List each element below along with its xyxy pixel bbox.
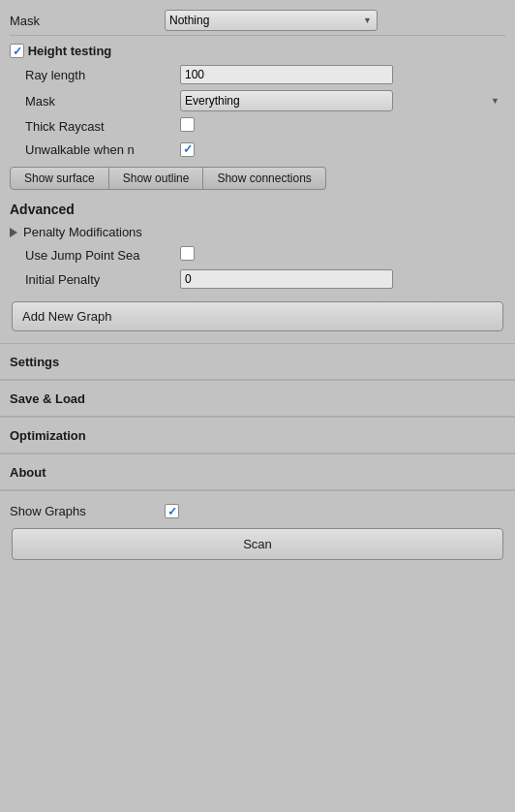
jump-point-row: Use Jump Point Sea xyxy=(10,243,505,266)
mask-dropdown-wrapper[interactable]: Everything xyxy=(180,90,505,111)
optimization-label: Optimization xyxy=(10,428,86,443)
unwalkable-row: Unwalkable when n xyxy=(10,138,505,161)
thick-raycast-checkbox[interactable] xyxy=(180,117,195,132)
ray-length-value-wrapper xyxy=(180,65,505,84)
about-label: About xyxy=(10,465,46,480)
top-mask-dropdown-wrapper[interactable]: Nothing xyxy=(165,10,378,31)
toggle-buttons-row: Show surface Show outline Show connectio… xyxy=(10,167,505,190)
mask-label: Mask xyxy=(25,94,180,109)
unwalkable-checkbox[interactable] xyxy=(180,142,195,157)
top-mask-dropdown[interactable]: Nothing xyxy=(165,10,378,31)
top-mask-row: Mask Nothing xyxy=(10,6,505,36)
jump-point-value xyxy=(180,246,505,264)
show-connections-button[interactable]: Show connections xyxy=(203,167,325,190)
height-testing-checkbox[interactable] xyxy=(10,44,24,58)
mask-dropdown[interactable]: Everything xyxy=(180,90,393,111)
show-graphs-label: Show Graphs xyxy=(10,504,165,518)
ray-length-label: Ray length xyxy=(25,68,180,82)
ray-length-row: Ray length xyxy=(10,62,505,87)
unwalkable-value xyxy=(180,141,505,157)
bottom-section: Show Graphs Scan xyxy=(0,492,515,570)
initial-penalty-value-wrapper xyxy=(180,269,505,289)
mask-row: Mask Everything xyxy=(10,87,505,114)
initial-penalty-input[interactable] xyxy=(180,269,393,289)
thick-raycast-row: Thick Raycast xyxy=(10,114,505,138)
show-graphs-checkbox[interactable] xyxy=(165,504,179,518)
penalty-modifications-row[interactable]: Penalty Modifications xyxy=(10,221,505,243)
show-surface-button[interactable]: Show surface xyxy=(10,167,109,190)
settings-section[interactable]: Settings xyxy=(0,345,515,380)
thick-raycast-label: Thick Raycast xyxy=(25,119,180,134)
initial-penalty-row: Initial Penalty xyxy=(10,266,505,292)
scan-button[interactable]: Scan xyxy=(12,528,503,560)
settings-label: Settings xyxy=(10,355,59,369)
optimization-section[interactable]: Optimization xyxy=(0,419,515,453)
top-mask-label: Mask xyxy=(10,14,165,28)
ray-length-input[interactable] xyxy=(180,65,393,84)
show-outline-button[interactable]: Show outline xyxy=(109,167,204,190)
jump-point-label: Use Jump Point Sea xyxy=(25,248,180,263)
height-testing-label: Height testing xyxy=(28,44,112,58)
initial-penalty-label: Initial Penalty xyxy=(25,272,180,287)
advanced-header: Advanced xyxy=(10,196,505,221)
unwalkable-label: Unwalkable when n xyxy=(25,142,180,157)
jump-point-checkbox[interactable] xyxy=(180,246,195,261)
triangle-icon xyxy=(10,228,17,237)
save-load-section[interactable]: Save & Load xyxy=(0,382,515,417)
about-section[interactable]: About xyxy=(0,455,515,490)
save-load-label: Save & Load xyxy=(10,391,85,406)
thick-raycast-value xyxy=(180,117,505,135)
show-graphs-row: Show Graphs xyxy=(10,498,505,524)
height-testing-header: Height testing xyxy=(10,40,505,62)
add-new-graph-button[interactable]: Add New Graph xyxy=(12,301,503,331)
penalty-modifications-label: Penalty Modifications xyxy=(23,225,142,239)
main-container: Mask Nothing Height testing Ray length M… xyxy=(0,0,515,570)
